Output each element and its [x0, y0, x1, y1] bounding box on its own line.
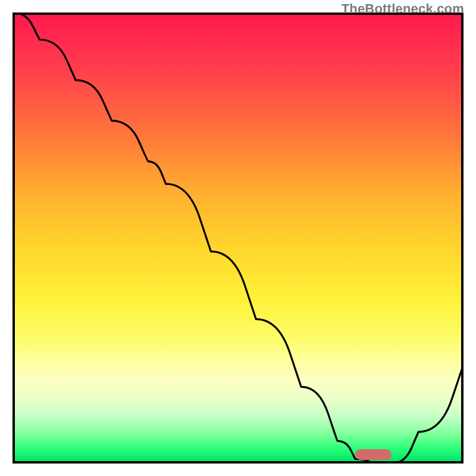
- watermark-text: TheBottleneck.com: [342, 1, 464, 17]
- optimal-range-marker: [355, 449, 392, 460]
- chart-plot-area: [12, 12, 464, 464]
